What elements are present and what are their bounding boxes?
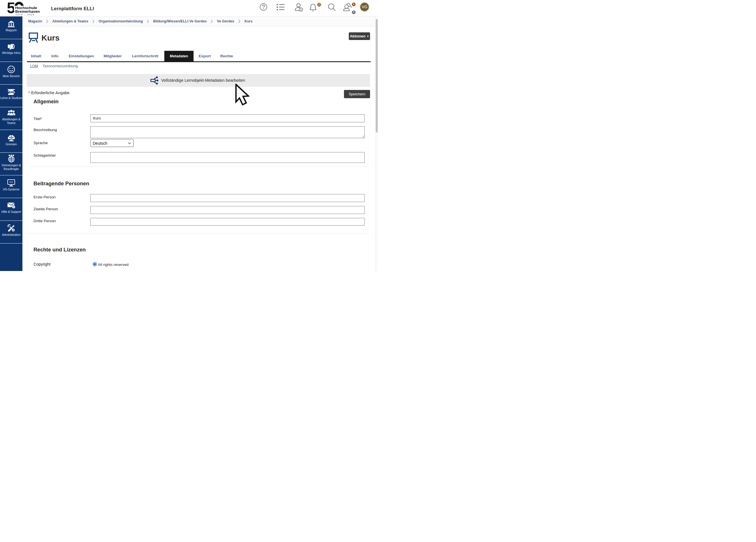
svg-text:?: ? — [13, 205, 14, 209]
svg-text:1975 – 2025: 1975 – 2025 — [16, 13, 35, 16]
svg-text:Bremerhaven: Bremerhaven — [15, 9, 40, 14]
